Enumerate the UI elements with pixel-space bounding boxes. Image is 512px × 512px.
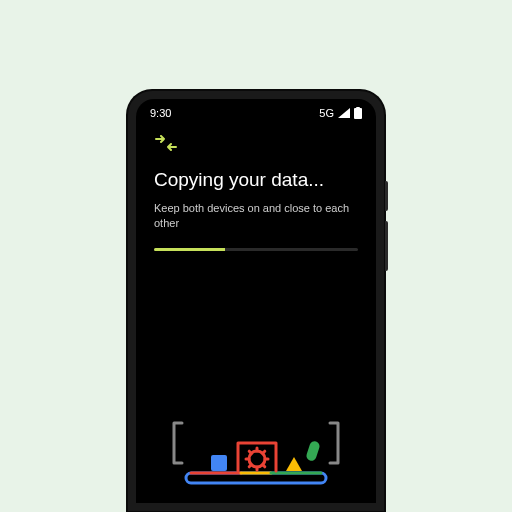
battery-icon bbox=[354, 107, 362, 119]
svg-rect-3 bbox=[211, 455, 227, 471]
svg-rect-0 bbox=[354, 108, 362, 119]
volume-button bbox=[385, 221, 388, 271]
conveyor-illustration bbox=[154, 251, 358, 503]
page-title: Copying your data... bbox=[154, 169, 358, 191]
status-time: 9:30 bbox=[150, 107, 171, 119]
page-subtitle: Keep both devices on and close to each o… bbox=[154, 201, 358, 232]
svg-rect-13 bbox=[305, 440, 321, 462]
phone-screen: 9:30 5G Copying your data... Ke bbox=[136, 99, 376, 503]
svg-line-9 bbox=[249, 451, 251, 453]
power-button bbox=[385, 181, 388, 211]
svg-rect-1 bbox=[356, 107, 360, 109]
phone-device-frame: 9:30 5G Copying your data... Ke bbox=[128, 91, 384, 511]
progress-fill bbox=[154, 248, 225, 251]
status-right: 5G bbox=[319, 107, 362, 119]
network-label: 5G bbox=[319, 107, 334, 119]
transfer-icon bbox=[154, 135, 358, 155]
svg-line-12 bbox=[263, 451, 265, 453]
svg-line-10 bbox=[263, 465, 265, 467]
progress-bar bbox=[154, 248, 358, 251]
main-content: Copying your data... Keep both devices o… bbox=[136, 123, 376, 503]
svg-line-11 bbox=[249, 465, 251, 467]
status-bar: 9:30 5G bbox=[136, 99, 376, 123]
signal-icon bbox=[338, 108, 350, 118]
